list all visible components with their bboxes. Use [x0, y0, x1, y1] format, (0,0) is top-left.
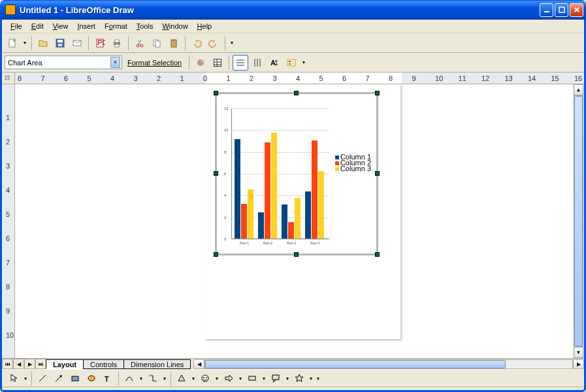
chart-plot-area[interactable]: 024681012Row 1Row 2Row 3Row 4 [231, 108, 329, 239]
chart-toolbar: Chart Area ▼ Format Selection A ▾ [2, 53, 584, 73]
svg-rect-32 [155, 380, 157, 382]
block-arrows-tool[interactable] [221, 370, 236, 386]
minimize-button[interactable] [540, 3, 553, 17]
select-tool[interactable] [6, 370, 22, 386]
svg-rect-23 [287, 59, 295, 66]
cut-button[interactable] [132, 35, 148, 51]
drawbar-overflow[interactable]: ▾ [315, 376, 321, 382]
svg-rect-36 [249, 376, 255, 380]
resize-handle[interactable] [375, 171, 380, 176]
tab-first-button[interactable]: ⏮ [2, 359, 13, 369]
window-title: Untitled 1 - LibreOffice Draw [18, 5, 540, 15]
chart-data-button[interactable] [210, 55, 225, 71]
canvas[interactable]: 024681012Row 1Row 2Row 3Row 4 Column 1Co… [15, 84, 584, 358]
svg-rect-24 [289, 61, 291, 62]
menu-edit[interactable]: Edit [27, 21, 48, 31]
stars-tool[interactable] [291, 370, 307, 386]
tab-row: ⏮ ◀ ▶ ⏭ Layout Controls Dimension Lines … [2, 358, 584, 369]
scale-text-button[interactable]: A [267, 55, 282, 71]
ruler-row: 87654321012345678910111213141516 [2, 73, 584, 84]
tab-next-button[interactable]: ▶ [24, 359, 35, 369]
curve-tool[interactable] [122, 370, 137, 386]
svg-text:PDF: PDF [97, 39, 105, 46]
work-area: 12345678910 024681012Row 1Row 2Row 3Row … [2, 84, 584, 358]
svg-text:T: T [105, 375, 109, 383]
format-selection-button[interactable]: Format Selection [123, 59, 186, 67]
resize-grip-icon[interactable]: ⋰ [571, 390, 579, 393]
svg-rect-37 [272, 375, 279, 380]
svg-point-3 [13, 39, 16, 42]
svg-rect-18 [172, 39, 175, 41]
scroll-down-button[interactable]: ▼ [574, 347, 583, 358]
maximize-button[interactable] [555, 3, 568, 17]
symbol-shapes-tool[interactable] [197, 370, 213, 386]
resize-handle[interactable] [214, 252, 218, 257]
vgrid-button[interactable] [250, 55, 265, 71]
flowchart-tool[interactable] [244, 370, 260, 386]
scroll-left-button[interactable]: ◀ [193, 359, 204, 369]
scroll-up-button[interactable]: ▲ [574, 84, 583, 95]
pdf-button[interactable]: PDF [92, 35, 108, 51]
tab-layout[interactable]: Layout [46, 359, 84, 369]
line-tool[interactable] [35, 370, 50, 386]
menu-insert[interactable]: Insert [73, 21, 100, 31]
tab-dimension[interactable]: Dimension Lines [123, 359, 191, 369]
resize-handle[interactable] [214, 91, 218, 95]
basic-shapes-tool[interactable] [174, 370, 189, 386]
svg-rect-25 [289, 63, 291, 65]
arrow-tool[interactable] [51, 370, 67, 386]
resize-handle[interactable] [375, 91, 380, 95]
text-tool[interactable]: T [100, 370, 116, 386]
menu-help[interactable]: Help [193, 21, 217, 31]
email-button[interactable] [69, 35, 85, 51]
undo-button[interactable] [189, 35, 204, 51]
vertical-scrollbar[interactable]: ▲ ▼ [573, 84, 584, 358]
resize-handle[interactable] [375, 252, 380, 257]
hgrid-button[interactable] [233, 55, 248, 71]
app-icon [5, 5, 16, 15]
resize-handle[interactable] [214, 171, 218, 176]
scroll-right-button[interactable]: ▶ [573, 359, 584, 369]
save-button[interactable] [52, 35, 68, 51]
svg-rect-5 [57, 40, 63, 42]
tab-prev-button[interactable]: ◀ [13, 359, 24, 369]
vertical-ruler[interactable]: 12345678910 [2, 84, 15, 358]
copy-button[interactable] [149, 35, 165, 51]
paste-button[interactable] [166, 35, 182, 51]
svg-rect-11 [115, 40, 119, 42]
tab-last-button[interactable]: ⏭ [35, 359, 46, 369]
open-button[interactable] [35, 35, 51, 51]
chevron-down-icon: ▼ [110, 57, 120, 68]
chart-object[interactable]: 024681012Row 1Row 2Row 3Row 4 Column 1Co… [215, 92, 378, 255]
menu-tools[interactable]: Tools [132, 21, 158, 31]
new-button[interactable] [5, 35, 20, 51]
menu-format[interactable]: Format [100, 21, 132, 31]
ellipse-tool[interactable] [84, 370, 99, 386]
svg-point-29 [88, 376, 95, 381]
print-button[interactable] [109, 35, 125, 51]
svg-rect-28 [72, 376, 78, 381]
ruler-corner [2, 73, 15, 84]
svg-rect-12 [115, 44, 119, 47]
connector-tool[interactable] [145, 370, 161, 386]
redo-button[interactable] [206, 35, 221, 51]
rect-tool[interactable] [67, 370, 83, 386]
horizontal-ruler[interactable]: 87654321012345678910111213141516 [15, 73, 584, 84]
legend-button[interactable] [284, 55, 299, 71]
toolbar-overflow[interactable]: ▾ [229, 40, 235, 46]
chart-element-select[interactable]: Chart Area ▼ [5, 56, 122, 69]
new-dropdown[interactable]: ▾ [22, 40, 28, 46]
menu-view[interactable]: View [48, 21, 73, 31]
callout-tool[interactable] [268, 370, 284, 386]
chart-type-button[interactable] [193, 55, 208, 71]
resize-handle[interactable] [294, 252, 299, 257]
resize-handle[interactable] [294, 91, 299, 95]
close-button[interactable] [570, 3, 583, 17]
tab-controls[interactable]: Controls [83, 359, 124, 369]
chart-legend[interactable]: Column 1Column 2Column 3 [335, 154, 371, 172]
menu-window[interactable]: Window [157, 21, 192, 31]
chart-toolbar-overflow[interactable]: ▾ [301, 59, 307, 65]
horizontal-scrollbar[interactable]: ◀ ▶ [193, 359, 584, 369]
standard-toolbar: ▾ PDF ▾ [2, 33, 584, 53]
menu-file[interactable]: File [6, 21, 27, 31]
